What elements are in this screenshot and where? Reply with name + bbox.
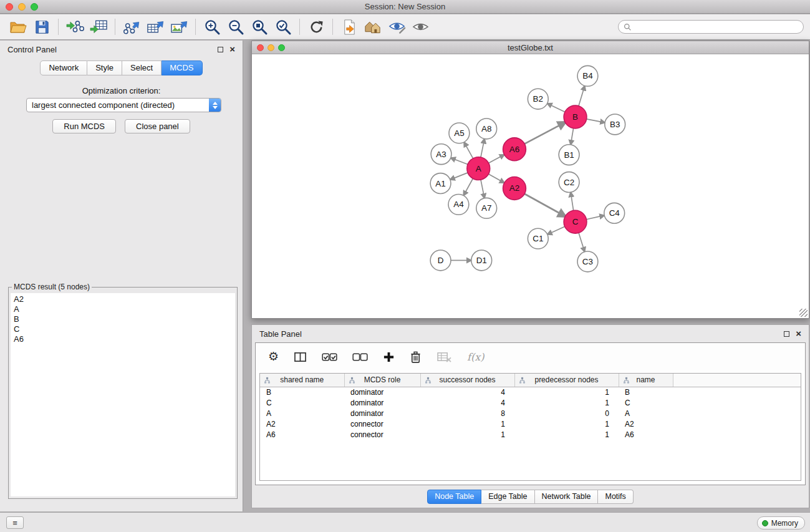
table-row[interactable]: A2connector11A2 <box>260 419 801 430</box>
table-cell[interactable]: C <box>619 398 673 409</box>
delete-table-button[interactable] <box>436 351 452 363</box>
table-cell[interactable]: 0 <box>514 409 619 419</box>
table-cell[interactable]: A2 <box>619 419 673 430</box>
deselect-all-button[interactable] <box>352 352 368 362</box>
import-network-button[interactable] <box>63 16 87 37</box>
table-cell[interactable]: C <box>260 398 344 409</box>
table-cell[interactable]: 1 <box>420 430 514 440</box>
select-all-button[interactable] <box>322 352 337 362</box>
graph-node-C[interactable]: C <box>564 210 587 233</box>
graph-edge-C-C3[interactable] <box>579 233 584 248</box>
graph-edge-C-C2[interactable] <box>571 196 574 210</box>
mcds-result-item[interactable]: A <box>14 304 232 314</box>
table-cell[interactable]: 1 <box>514 430 619 440</box>
tab-network-table[interactable]: Network Table <box>535 490 599 504</box>
graph-node-A7[interactable]: A7 <box>476 198 497 218</box>
table-cell[interactable]: 8 <box>420 409 514 419</box>
mcds-result-item[interactable]: C <box>14 324 232 334</box>
table-cell[interactable]: B <box>260 387 344 398</box>
export-network-button[interactable] <box>120 16 143 37</box>
network-close-button[interactable] <box>257 44 264 51</box>
graph-edge-A-A6[interactable] <box>489 157 501 163</box>
zoom-window-button[interactable] <box>31 3 38 11</box>
open-session-button[interactable] <box>6 16 30 37</box>
table-cell[interactable]: A <box>619 409 673 419</box>
graph-node-A[interactable]: A <box>467 157 490 180</box>
graph-node-A2[interactable]: A2 <box>503 177 526 200</box>
zoom-out-button[interactable] <box>224 16 248 37</box>
close-window-button[interactable] <box>6 3 13 11</box>
graph-edge-A2-C[interactable] <box>524 194 560 214</box>
column-header-name[interactable]: name <box>619 374 673 387</box>
tab-network[interactable]: Network <box>40 60 87 75</box>
close-panel-icon[interactable]: × <box>229 46 235 52</box>
table-cell[interactable]: A <box>260 409 344 419</box>
search-input[interactable] <box>635 22 798 31</box>
table-cell[interactable]: 1 <box>420 419 514 430</box>
export-image-button[interactable] <box>167 16 191 37</box>
column-header-predecessor-nodes[interactable]: predecessor nodes <box>514 374 619 387</box>
tab-edge-table[interactable]: Edge Table <box>481 490 534 504</box>
close-table-panel-icon[interactable]: × <box>796 331 801 337</box>
graph-edge-A6-B[interactable] <box>524 125 560 143</box>
export-table-button[interactable] <box>143 16 167 37</box>
graph-edge-B-B1[interactable] <box>571 128 573 141</box>
table-cell[interactable]: A6 <box>260 430 344 440</box>
table-cell[interactable]: 1 <box>514 387 619 398</box>
delete-column-button[interactable] <box>410 351 422 364</box>
table-cell[interactable]: B <box>619 387 673 398</box>
graph-node-C2[interactable]: C2 <box>559 172 579 193</box>
show-columns-button[interactable] <box>294 351 307 363</box>
column-header-shared-name[interactable]: shared name <box>260 374 344 387</box>
table-row[interactable]: Adominator80A <box>260 409 801 419</box>
network-canvas[interactable]: B4B2BB3A5A8A6B1A3AC2A1A2A4A7C4CC1DD1C3 <box>252 55 809 318</box>
float-table-panel-icon[interactable] <box>784 331 789 337</box>
graph-node-A5[interactable]: A5 <box>449 123 470 143</box>
run-mcds-button[interactable]: Run MCDS <box>52 119 116 133</box>
graph-node-B3[interactable]: B3 <box>605 114 625 135</box>
home-layout-button[interactable] <box>361 16 385 37</box>
network-window-titlebar[interactable]: testGlobe.txt <box>252 41 809 54</box>
apply-layout-button[interactable] <box>337 16 361 37</box>
table-cell[interactable]: A6 <box>619 430 673 440</box>
graph-edge-B-B4[interactable] <box>579 89 584 106</box>
table-cell[interactable]: A2 <box>260 419 344 430</box>
graph-edge-A-A4[interactable] <box>465 178 473 192</box>
graph-node-B[interactable]: B <box>564 105 587 128</box>
graph-edge-A-A2[interactable] <box>488 174 501 181</box>
graph-node-D[interactable]: D <box>430 250 451 271</box>
graph-node-A1[interactable]: A1 <box>430 173 451 194</box>
table-row[interactable]: Bdominator41B <box>260 387 801 398</box>
minimize-window-button[interactable] <box>18 3 26 11</box>
zoom-in-button[interactable] <box>200 16 224 37</box>
tab-style[interactable]: Style <box>87 60 122 75</box>
memory-button[interactable]: Memory <box>757 516 805 530</box>
float-panel-icon[interactable] <box>218 47 223 52</box>
show-hide-details-button[interactable] <box>408 16 432 37</box>
table-cell[interactable]: dominator <box>344 387 420 398</box>
graph-edge-A-A3[interactable] <box>454 159 468 164</box>
annotation-button[interactable] <box>385 16 408 37</box>
graph-node-C1[interactable]: C1 <box>528 228 548 249</box>
task-history-button[interactable]: ≡ <box>6 516 24 529</box>
graph-node-C4[interactable]: C4 <box>604 203 625 223</box>
add-column-button[interactable] <box>383 351 395 363</box>
graph-edge-C-C4[interactable] <box>587 216 601 220</box>
import-table-button[interactable] <box>87 16 110 37</box>
table-cell[interactable]: 4 <box>420 398 514 409</box>
graph-node-A6[interactable]: A6 <box>503 138 526 161</box>
graph-edge-C-C1[interactable] <box>551 226 564 233</box>
graph-edge-A-A7[interactable] <box>481 180 484 195</box>
tab-node-table[interactable]: Node Table <box>427 490 481 504</box>
graph-node-B4[interactable]: B4 <box>577 65 598 86</box>
mcds-result-item[interactable]: A2 <box>14 294 232 304</box>
tab-motifs[interactable]: Motifs <box>598 490 633 504</box>
table-cell[interactable]: dominator <box>344 409 420 419</box>
graph-node-A8[interactable]: A8 <box>476 118 497 139</box>
optimization-criterion-select[interactable]: largest connected component (directed) <box>26 98 221 112</box>
tab-mcds[interactable]: MCDS <box>162 60 202 75</box>
tab-select[interactable]: Select <box>122 60 162 75</box>
graph-edge-A-A8[interactable] <box>481 142 484 157</box>
graph-edge-B-B3[interactable] <box>587 119 602 122</box>
zoom-selected-button[interactable] <box>271 16 295 37</box>
